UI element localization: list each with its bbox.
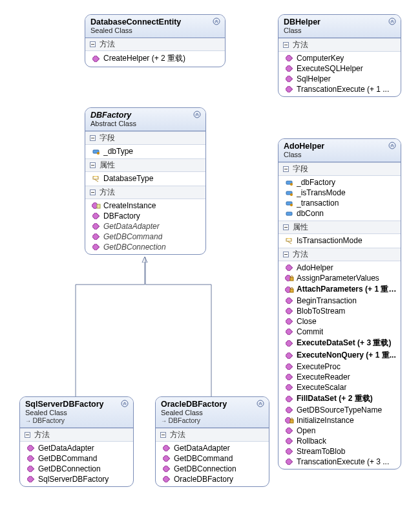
member-item[interactable]: ExecuteDataSet (+ 3 重载) <box>281 337 398 349</box>
member-item[interactable]: ExecuteProc <box>281 361 398 372</box>
collapse-icon[interactable] <box>193 111 202 118</box>
method-icon <box>285 458 294 466</box>
member-item[interactable]: _dbType <box>88 146 203 156</box>
methodlock-icon <box>285 274 294 282</box>
member-item[interactable]: OracleDBFactory <box>158 474 266 484</box>
svg-rect-9 <box>286 76 293 82</box>
member-item[interactable]: TranscationExecute (+ 1 ... <box>281 84 398 94</box>
member-label: DBFactory <box>103 211 140 221</box>
class-oracledbfactory[interactable]: OracleDBFactory Sealed Class DBFactory 方… <box>155 396 269 487</box>
member-item[interactable]: GetDataAdapter <box>23 443 131 453</box>
properties-list: DatabaseType <box>85 172 205 186</box>
collapse-icon[interactable] <box>388 17 397 25</box>
member-item[interactable]: GetDataAdapter <box>158 443 266 453</box>
svg-point-15 <box>97 152 100 155</box>
section-fields[interactable]: 字段 <box>85 131 205 145</box>
section-methods[interactable]: 方法 <box>20 428 133 442</box>
member-item[interactable]: CreateInstance <box>88 200 203 211</box>
member-item[interactable]: _transaction <box>281 198 398 208</box>
member-item[interactable]: GetDataAdapter <box>88 221 203 232</box>
member-item[interactable]: GetDBConnection <box>23 464 131 474</box>
member-item[interactable]: GetDBSourceTypeName <box>281 405 398 415</box>
member-item[interactable]: Close <box>281 316 398 327</box>
member-item[interactable]: FillDataSet (+ 2 重载) <box>281 393 398 405</box>
member-item[interactable]: ExecuteScalar <box>281 382 398 393</box>
collapse-icon[interactable] <box>388 142 397 149</box>
method-icon <box>285 75 294 83</box>
svg-rect-72 <box>27 476 34 482</box>
member-item[interactable]: ExecuteSQLHelper <box>281 63 398 74</box>
member-item[interactable]: TranscationExecute (+ 3 ... <box>281 457 398 467</box>
class-adohelper[interactable]: AdoHelper Class 字段 _dbFactory_isTransMod… <box>278 138 401 469</box>
minus-icon <box>281 41 290 49</box>
section-label: 属性 <box>100 160 115 171</box>
methods-list: CreateInstanceDBFactoryGetDataAdapterGet… <box>85 199 205 254</box>
member-item[interactable]: AttachParameters (+ 1 重载) <box>281 283 398 296</box>
member-item[interactable]: GetDBConnection <box>158 464 266 474</box>
section-label: 方法 <box>34 429 50 440</box>
collapse-icon[interactable] <box>212 17 221 25</box>
member-label: AdoHelper <box>297 263 333 272</box>
class-title: DBFactory <box>90 111 200 120</box>
member-item[interactable]: dbConn <box>281 208 398 219</box>
collapse-icon[interactable] <box>256 400 265 407</box>
section-fields[interactable]: 字段 <box>278 162 401 176</box>
methodlock-icon <box>285 416 294 424</box>
collapse-icon[interactable] <box>120 400 129 407</box>
member-item[interactable]: GetDBCommand <box>23 453 131 464</box>
member-item[interactable]: ExecuteNonQuery (+ 1 重... <box>281 349 398 361</box>
method-icon <box>26 475 36 483</box>
member-item[interactable]: Commit <box>281 327 398 337</box>
member-item[interactable]: BeginTransaction <box>281 296 398 306</box>
member-item[interactable]: SqlServerDBFactory <box>23 474 131 484</box>
member-item[interactable]: _isTransMode <box>281 188 398 198</box>
class-sqlserverdbfactory[interactable]: SqlServerDBFactory Sealed Class DBFactor… <box>19 396 134 487</box>
member-item[interactable]: CreateHelper (+ 2 重载) <box>88 52 222 65</box>
method-icon <box>285 328 294 336</box>
member-item[interactable]: ComputerKey <box>281 53 398 63</box>
member-item[interactable]: ExecuteReader <box>281 372 398 382</box>
member-item[interactable]: BlobToStream <box>281 306 398 316</box>
member-item[interactable]: Open <box>281 426 398 436</box>
member-item[interactable]: SqlHelper <box>281 74 398 84</box>
section-methods[interactable]: 方法 <box>278 38 401 52</box>
member-item[interactable]: _dbFactory <box>281 177 398 188</box>
section-methods[interactable]: 方法 <box>85 186 205 199</box>
member-item[interactable]: StreamToBlob <box>281 446 398 457</box>
minus-icon <box>281 166 290 173</box>
member-label: GetDBConnection <box>38 464 101 473</box>
class-dbfactory[interactable]: DBFactory Abstract Class 字段 _dbType 属性 D… <box>85 107 206 255</box>
member-item[interactable]: GetDBCommand <box>158 453 266 464</box>
class-databaseconnectentity[interactable]: DatabaseConnectEntity Sealed Class 方法 Cr… <box>85 14 226 67</box>
member-item[interactable]: DatabaseType <box>88 173 203 184</box>
section-properties[interactable]: 属性 <box>85 158 205 172</box>
svg-rect-3 <box>92 56 100 62</box>
class-title: SqlServerDBFactory <box>25 400 128 409</box>
member-item[interactable]: Rollback <box>281 436 398 446</box>
member-item[interactable]: GetDBConnection <box>88 242 203 252</box>
section-methods[interactable]: 方法 <box>85 38 225 51</box>
member-item[interactable]: GetDBCommand <box>88 232 203 242</box>
method-icon <box>92 243 101 251</box>
class-dbhelper[interactable]: DBHelper Class 方法 ComputerKeyExecuteSQLH… <box>278 14 401 97</box>
member-label: Rollback <box>297 437 326 446</box>
member-item[interactable]: DBFactory <box>88 211 203 221</box>
minus-icon <box>88 162 97 169</box>
methods-list: GetDataAdapterGetDBCommandGetDBConnectio… <box>156 442 269 486</box>
section-methods[interactable]: 方法 <box>278 248 401 261</box>
method-icon <box>26 444 36 452</box>
class-title: DatabaseConnectEntity <box>90 17 220 27</box>
class-subtitle: Abstract Class <box>90 120 200 127</box>
method-icon <box>162 465 171 473</box>
member-label: ComputerKey <box>297 54 344 63</box>
member-item[interactable]: AdoHelper <box>281 263 398 273</box>
section-properties[interactable]: 属性 <box>278 221 401 234</box>
member-item[interactable]: InitializeInstance <box>281 415 398 426</box>
section-methods[interactable]: 方法 <box>156 428 269 442</box>
section-label: 字段 <box>100 133 115 144</box>
member-label: AttachParameters (+ 1 重载) <box>297 284 398 295</box>
member-item[interactable]: IsTransactionMode <box>281 235 398 246</box>
method-icon <box>92 212 101 220</box>
method-icon <box>285 65 294 72</box>
member-item[interactable]: AssignParameterValues <box>281 273 398 283</box>
